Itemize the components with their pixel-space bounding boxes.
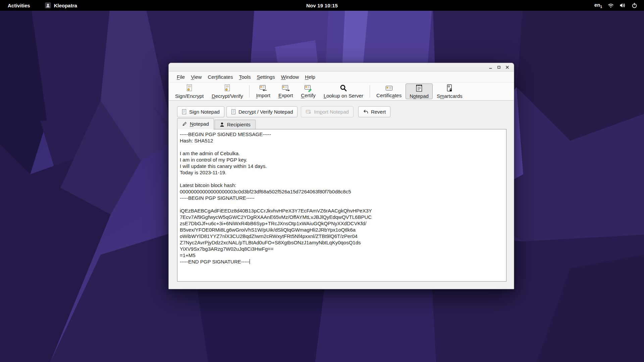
recipients-person-icon [220,122,224,127]
revert-icon [363,109,368,114]
toolbar-notepad[interactable]: Notepad [406,83,433,99]
kleopatra-app-icon [45,2,51,8]
toolbar-import[interactable]: Import [252,83,274,99]
toolbar-label: Notepad [410,93,429,99]
wifi-icon[interactable] [608,3,614,8]
gnome-top-bar: Activities Kleopatra Nov 19 10:15 en1 [0,0,644,11]
revert-button[interactable]: Revert [358,106,390,117]
decrypt-verify-icon [224,84,231,93]
button-label: Import Notepad [314,109,348,115]
import-certificate-icon [259,84,268,92]
toolbar-label: Sign/Encrypt [175,93,204,99]
tab-label: Notepad [190,121,209,127]
sign-encrypt-icon [186,84,193,93]
notepad-tabbar: Notepad Recipients [177,118,506,129]
decrypt-notepad-icon [231,109,236,115]
clock[interactable]: Nov 19 10:15 [306,3,338,8]
menu-file[interactable]: File [174,72,188,81]
window-maximize-icon[interactable] [496,64,502,70]
tab-notepad[interactable]: Notepad [177,118,214,129]
toolbar-label: Certify [301,93,315,98]
notepad-editor-content: -----BEGIN PGP SIGNED MESSAGE----- Hash:… [177,129,506,266]
toolbar-certify[interactable]: Certify [297,83,319,99]
smartcards-icon [446,84,453,93]
toolbar-certificates[interactable]: Certificates [372,83,406,99]
pgp-message-text: -----BEGIN PGP SIGNED MESSAGE----- Hash:… [180,131,372,264]
toolbar-smartcards[interactable]: Smartcards [433,83,467,99]
menu-settings[interactable]: Settings [254,72,278,81]
button-label: Decrypt / Verify Notepad [238,109,293,115]
import-notepad-button: Import Notepad [301,106,353,117]
notepad-icon [415,84,423,93]
menu-help[interactable]: Help [302,72,318,81]
lookup-server-icon [339,84,347,92]
toolbar-label: Decrypt/Verify [212,93,243,99]
menu-window[interactable]: Window [278,72,302,81]
menubar: File View Certificates Tools Settings Wi… [169,72,514,82]
toolbar-label: Import [256,93,270,98]
volume-icon[interactable] [620,3,626,8]
notepad-view: Sign Notepad Decrypt / Verify Notepad [169,106,514,282]
import-notepad-icon [306,110,311,114]
toolbar-label: Smartcards [437,93,463,99]
sign-notepad-icon [182,109,186,115]
certify-icon [304,84,313,92]
app-indicator-label: Kleopatra [54,3,77,8]
export-certificate-icon [281,84,290,92]
toolbar-label: Lookup on Server [324,93,363,99]
toolbar-label: Export [278,93,293,98]
window-titlebar[interactable] [169,63,514,72]
toolbar-decrypt-verify[interactable]: Decrypt/Verify [208,83,247,99]
toolbar-separator [370,85,370,98]
window-close-icon[interactable] [504,64,510,70]
main-toolbar: Sign/Encrypt Decrypt/Verify [169,82,514,101]
tab-label: Recipients [227,122,251,127]
power-icon[interactable] [632,3,637,8]
activities-button[interactable]: Activities [6,2,32,9]
toolbar-export[interactable]: Export [274,83,297,99]
menu-tools[interactable]: Tools [236,72,254,81]
toolbar-label: Certificates [376,93,401,98]
menu-certificates[interactable]: Certificates [205,72,236,81]
button-label: Revert [371,109,386,115]
decrypt-verify-notepad-button[interactable]: Decrypt / Verify Notepad [226,106,298,117]
window-minimize-icon[interactable] [487,64,493,70]
sign-notepad-button[interactable]: Sign Notepad [177,106,224,117]
app-indicator[interactable]: Kleopatra [45,2,77,8]
certificates-icon [385,84,393,92]
edit-pencil-icon [182,121,187,126]
notepad-actions: Sign Notepad Decrypt / Verify Notepad [177,106,506,117]
tab-recipients[interactable]: Recipients [215,120,256,129]
input-source-indicator[interactable]: en1 [594,2,602,9]
toolbar-sign-encrypt[interactable]: Sign/Encrypt [171,83,208,99]
notepad-editor[interactable]: -----BEGIN PGP SIGNED MESSAGE----- Hash:… [177,129,506,282]
menu-view[interactable]: View [188,72,205,81]
kleopatra-window: File View Certificates Tools Settings Wi… [168,63,514,289]
toolbar-lookup-server[interactable]: Lookup on Server [320,83,367,99]
button-label: Sign Notepad [189,109,220,115]
toolbar-separator [249,85,250,98]
text-cursor [250,259,250,264]
